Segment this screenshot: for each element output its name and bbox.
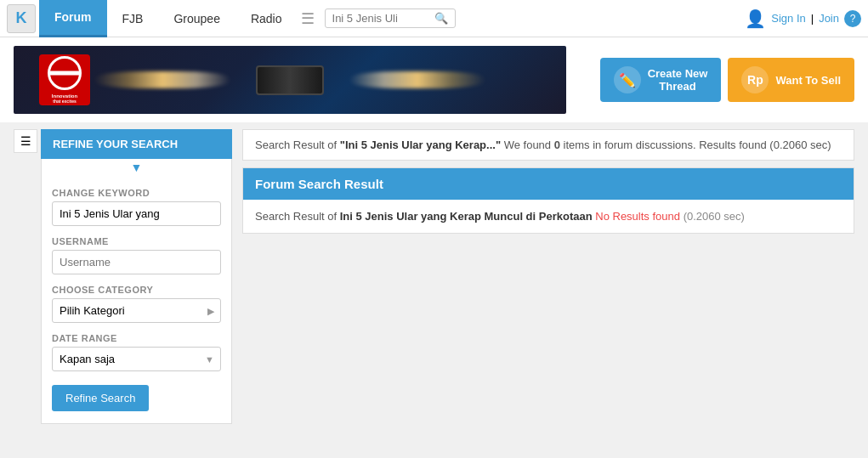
category-select-wrapper: Pilih Kategori ▶ <box>52 298 221 323</box>
navbar: K Forum FJB Groupee Radio ☰ 🔍 👤 Sign In … <box>0 0 868 37</box>
result-body-query: Ini 5 Jenis Ular yang Kerap Muncul di Pe… <box>340 210 593 223</box>
refine-header: REFINE YOUR SEARCH <box>41 129 232 159</box>
date-range-select[interactable]: Kapan saja <box>52 347 221 371</box>
create-thread-label: Create NewThread <box>648 67 708 93</box>
results-panel-body: Search Result of Ini 5 Jenis Ular yang K… <box>243 200 854 233</box>
nav-right: 👤 Sign In | Join ? <box>745 8 861 29</box>
search-input[interactable] <box>332 12 434 25</box>
fjb-tab-label: FJB <box>122 12 144 25</box>
logo-icon: K <box>16 9 27 27</box>
results-time: (0.2060 sec) <box>769 139 831 151</box>
results-panel-header: Forum Search Result <box>243 168 854 200</box>
date-range-label: DATE RANGE <box>52 333 221 343</box>
refine-title: REFINE YOUR SEARCH <box>53 138 178 150</box>
nav-separator: ☰ <box>301 9 315 28</box>
results-info-bar: Search Result of "Ini 5 Jenis Ular yang … <box>242 129 854 161</box>
result-body-time: (0.2060 sec) <box>684 210 745 223</box>
results-count: 0 <box>554 139 560 151</box>
choose-category-label: CHOOSE CATEGORY <box>52 285 221 295</box>
banner-image: NISSAN Innovation that excites <box>14 46 566 114</box>
results-info-suffix2: items in forum discussions. Results foun… <box>560 139 769 151</box>
chevron-down-icon: ▼ <box>131 161 143 174</box>
create-thread-icon: ✏️ <box>614 66 641 93</box>
date-range-select-wrapper: Kapan saja ▼ <box>52 347 221 371</box>
nissan-circle: NISSAN <box>48 56 82 90</box>
want-to-sell-label: Want To Sell <box>775 74 841 87</box>
forum-tab-label: Forum <box>54 10 92 24</box>
radio-tab[interactable]: Radio <box>235 0 298 37</box>
forum-tab[interactable]: Forum <box>39 0 107 37</box>
logo-button[interactable]: K <box>7 4 36 33</box>
results-info-prefix: Search Result of <box>255 139 340 151</box>
username-input[interactable] <box>52 250 221 274</box>
results-query-text: "Ini 5 Jenis Ular yang Kerap..." <box>340 139 501 151</box>
want-to-sell-icon: Rp <box>741 66 769 93</box>
sidebar-section: REFINE YOUR SEARCH ▼ CHANGE KEYWORD USER… <box>41 129 232 424</box>
sidebar-arrow: ▼ <box>41 159 232 176</box>
fjb-tab[interactable]: FJB <box>107 0 159 37</box>
search-icon[interactable]: 🔍 <box>434 12 448 25</box>
content-row: ☰ REFINE YOUR SEARCH ▼ CHANGE KEYWORD US… <box>14 129 854 424</box>
radio-tab-label: Radio <box>251 12 282 25</box>
banner-area: NISSAN Innovation that excites ✏️ Create… <box>0 37 868 122</box>
results-panel: Forum Search Result Search Result of Ini… <box>242 167 854 234</box>
main-section: ☰ REFINE YOUR SEARCH ▼ CHANGE KEYWORD US… <box>0 122 868 431</box>
no-results-text: No Results found <box>595 210 680 223</box>
username-label: USERNAME <box>52 236 221 246</box>
change-keyword-input[interactable] <box>52 201 221 226</box>
action-buttons: ✏️ Create NewThread Rp Want To Sell <box>600 58 854 102</box>
refine-search-button[interactable]: Refine Search <box>52 385 149 411</box>
want-to-sell-button[interactable]: Rp Want To Sell <box>728 58 854 102</box>
nav-divider: | <box>811 12 814 25</box>
change-keyword-label: CHANGE KEYWORD <box>52 188 221 198</box>
list-icon: ☰ <box>20 134 31 148</box>
results-area: Search Result of "Ini 5 Jenis Ular yang … <box>242 129 854 234</box>
search-box: 🔍 <box>325 8 456 28</box>
sign-in-link[interactable]: Sign In <box>771 12 805 25</box>
results-panel-title: Forum Search Result <box>255 177 383 191</box>
user-icon: 👤 <box>745 8 766 29</box>
sidebar-body: CHANGE KEYWORD USERNAME CHOOSE CATEGORY … <box>41 176 232 424</box>
help-button[interactable]: ? <box>844 10 861 27</box>
category-select[interactable]: Pilih Kategori <box>52 298 221 323</box>
result-body-prefix: Search Result of <box>255 210 340 223</box>
create-thread-button[interactable]: ✏️ Create NewThread <box>600 58 722 102</box>
groupee-tab-label: Groupee <box>173 12 219 25</box>
results-info-suffix: We found <box>501 139 554 151</box>
join-link[interactable]: Join <box>819 12 839 25</box>
groupee-tab[interactable]: Groupee <box>158 0 235 37</box>
list-toggle-button[interactable]: ☰ <box>14 129 37 153</box>
